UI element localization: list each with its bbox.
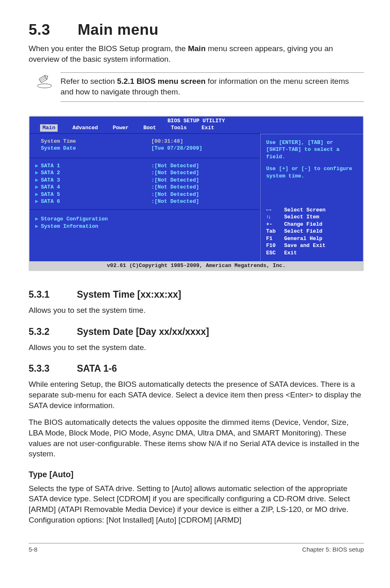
- bios-storage-config: Storage Configuration: [41, 215, 151, 223]
- bios-sata3-value: :[Not Detected]: [151, 177, 254, 184]
- bios-sata6-label: SATA 6: [41, 198, 151, 205]
- bios-menu-advanced: Advanced: [72, 124, 98, 132]
- intro-paragraph: When you enter the BIOS Setup program, t…: [29, 43, 364, 64]
- bios-system-time-label: System Time: [41, 138, 151, 145]
- section-533-title: SATA 1-6: [77, 363, 117, 374]
- note-block: Refer to section 5.2.1 BIOS menu screen …: [29, 72, 364, 101]
- bios-key-ud: ↑↓: [266, 213, 284, 221]
- bios-sata1-label: SATA 1: [41, 162, 151, 170]
- section-533-p2: The BIOS automatically detects the value…: [29, 417, 364, 459]
- bios-sata5-value: :[Not Detected]: [151, 191, 254, 198]
- bios-system-date-value: [Tue 07/28/2009]: [151, 145, 254, 152]
- bios-menu-power: Power: [113, 124, 129, 132]
- section-531-num: 5.3.1: [29, 289, 77, 300]
- bios-menu-bar: MainAdvancedPowerBootToolsExit: [29, 124, 363, 133]
- bios-sata1-value: :[Not Detected]: [151, 162, 254, 170]
- section-532-title: System Date [Day xx/xx/xxxx]: [77, 326, 209, 337]
- bios-key-f1: F1: [266, 235, 284, 242]
- bios-system-date-label: System Date: [41, 145, 151, 152]
- bios-key-f10-text: Save and Exit: [284, 242, 325, 249]
- heading-number: 5.3: [29, 21, 78, 38]
- section-533-num: 5.3.3: [29, 363, 77, 374]
- bios-key-pm-text: Change Field: [284, 221, 323, 227]
- bios-sata4-value: :[Not Detected]: [151, 184, 254, 191]
- bios-menu-tools: Tools: [171, 124, 187, 132]
- bios-key-tab: Tab: [266, 228, 284, 235]
- section-532-heading: 5.3.2System Date [Day xx/xx/xxxx]: [29, 326, 364, 337]
- bios-key-esc: ESC: [266, 249, 284, 257]
- footer-chapter: Chapter 5: BIOS setup: [302, 546, 364, 553]
- bios-sata3-label: SATA 3: [41, 177, 151, 184]
- bios-key-tab-text: Select Field: [284, 228, 323, 234]
- bios-key-ud-text: Select Item: [284, 214, 319, 220]
- bios-key-pm: +-: [266, 221, 284, 228]
- note-pencil-icon: [36, 75, 53, 89]
- type-body: Selects the type of SATA drive. Setting …: [29, 483, 364, 525]
- type-heading: Type [Auto]: [29, 470, 364, 479]
- heading-title: Main menu: [78, 21, 159, 38]
- bios-menu-boot: Boot: [143, 124, 156, 132]
- bios-help2: Use [+] or [-] to configure system time.: [266, 165, 357, 180]
- bios-help1: Use [ENTER], [TAB] or [SHIFT-TAB] to sel…: [266, 139, 357, 161]
- section-531-body: Allows you to set the system time.: [29, 305, 364, 316]
- bios-screenshot: BIOS SETUP UTILITY MainAdvancedPowerBoot…: [29, 116, 364, 271]
- bios-title: BIOS SETUP UTILITY: [29, 117, 363, 125]
- section-531-heading: 5.3.1System Time [xx:xx:xx]: [29, 289, 364, 300]
- bios-menu-main: Main: [40, 124, 58, 132]
- footer-page-number: 5-8: [29, 546, 38, 553]
- bios-sata6-value: :[Not Detected]: [151, 198, 254, 205]
- bios-sata5-label: SATA 5: [41, 191, 151, 198]
- svg-point-0: [38, 84, 52, 88]
- bios-key-lr-text: Select Screen: [284, 207, 325, 213]
- section-531-title: System Time [xx:xx:xx]: [77, 289, 181, 300]
- section-532-num: 5.3.2: [29, 326, 77, 337]
- bios-key-esc-text: Exit: [284, 250, 297, 256]
- bios-sata2-value: :[Not Detected]: [151, 169, 254, 177]
- section-533-p1: While entering Setup, the BIOS automatic…: [29, 379, 364, 411]
- bios-key-f1-text: General Help: [284, 236, 323, 242]
- bios-sata4-label: SATA 4: [41, 184, 151, 191]
- section-532-body: Allows you to set the system date.: [29, 342, 364, 353]
- footer-rule: [29, 543, 364, 543]
- section-533-heading: 5.3.3SATA 1-6: [29, 363, 364, 374]
- bios-system-time-value: [00:31:48]: [151, 138, 254, 145]
- bios-menu-exit: Exit: [202, 124, 214, 132]
- bios-system-info: System Information: [41, 223, 151, 230]
- bios-footer: v02.61 (C)Copyright 1985-2009, American …: [29, 261, 363, 270]
- bios-key-lr: ←→: [266, 206, 284, 214]
- bios-key-help: ←→Select Screen ↑↓Select Item +-Change F…: [260, 203, 363, 262]
- bios-key-f10: F10: [266, 242, 284, 249]
- bios-sata2-label: SATA 2: [41, 169, 151, 177]
- note-text: Refer to section 5.2.1 BIOS menu screen …: [61, 72, 364, 101]
- page-title: 5.3Main menu: [29, 21, 364, 38]
